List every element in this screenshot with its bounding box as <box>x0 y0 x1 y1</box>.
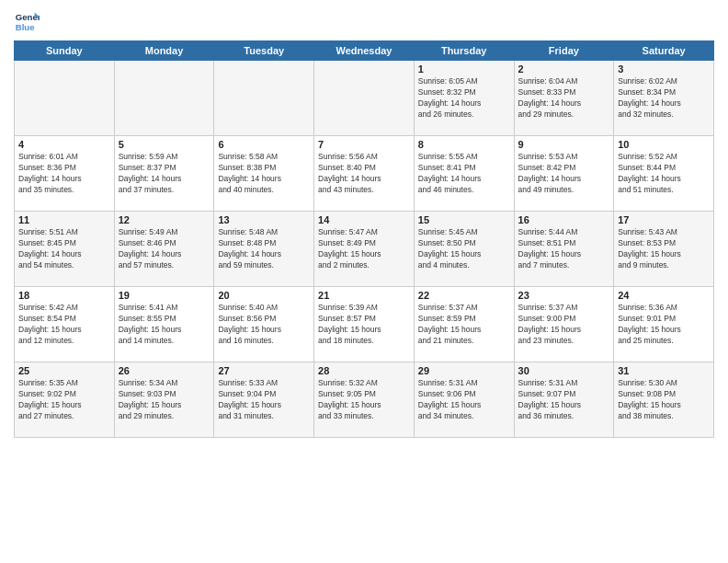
day-number: 20 <box>218 290 310 301</box>
day-number: 16 <box>518 214 610 225</box>
day-info: Sunrise: 5:39 AM Sunset: 8:57 PM Dayligh… <box>318 303 410 347</box>
day-header-friday: Friday <box>514 41 614 61</box>
calendar-cell: 5Sunrise: 5:59 AM Sunset: 8:37 PM Daylig… <box>114 136 214 212</box>
calendar-cell: 31Sunrise: 5:30 AM Sunset: 9:08 PM Dayli… <box>614 362 714 438</box>
day-info: Sunrise: 5:35 AM Sunset: 9:02 PM Dayligh… <box>18 378 110 422</box>
calendar-cell: 4Sunrise: 6:01 AM Sunset: 8:36 PM Daylig… <box>15 136 115 212</box>
day-info: Sunrise: 5:52 AM Sunset: 8:44 PM Dayligh… <box>618 152 710 196</box>
calendar-cell: 12Sunrise: 5:49 AM Sunset: 8:46 PM Dayli… <box>114 212 214 287</box>
day-info: Sunrise: 5:58 AM Sunset: 8:38 PM Dayligh… <box>218 152 310 196</box>
day-info: Sunrise: 5:31 AM Sunset: 9:07 PM Dayligh… <box>518 378 610 422</box>
day-info: Sunrise: 5:31 AM Sunset: 9:06 PM Dayligh… <box>418 378 510 422</box>
day-info: Sunrise: 5:51 AM Sunset: 8:45 PM Dayligh… <box>18 227 110 271</box>
day-number: 10 <box>618 139 710 150</box>
calendar-week-2: 4Sunrise: 6:01 AM Sunset: 8:36 PM Daylig… <box>15 136 714 212</box>
day-number: 1 <box>418 63 510 75</box>
day-number: 30 <box>518 365 610 376</box>
calendar-cell: 17Sunrise: 5:43 AM Sunset: 8:53 PM Dayli… <box>614 212 714 287</box>
day-header-tuesday: Tuesday <box>214 41 314 61</box>
calendar-cell <box>15 61 115 136</box>
day-header-saturday: Saturday <box>614 41 714 61</box>
day-info: Sunrise: 5:41 AM Sunset: 8:55 PM Dayligh… <box>119 303 210 347</box>
day-header-wednesday: Wednesday <box>314 41 415 61</box>
day-number: 12 <box>119 214 210 225</box>
day-number: 17 <box>618 214 710 225</box>
day-info: Sunrise: 5:56 AM Sunset: 8:40 PM Dayligh… <box>318 152 410 196</box>
calendar-cell: 6Sunrise: 5:58 AM Sunset: 8:38 PM Daylig… <box>214 136 314 212</box>
calendar-table: SundayMondayTuesdayWednesdayThursdayFrid… <box>14 40 714 438</box>
calendar-cell: 16Sunrise: 5:44 AM Sunset: 8:51 PM Dayli… <box>514 212 614 287</box>
calendar-cell: 27Sunrise: 5:33 AM Sunset: 9:04 PM Dayli… <box>214 362 314 438</box>
day-number: 8 <box>418 139 510 150</box>
calendar-cell: 23Sunrise: 5:37 AM Sunset: 9:00 PM Dayli… <box>514 287 614 362</box>
calendar-cell: 1Sunrise: 6:05 AM Sunset: 8:32 PM Daylig… <box>414 61 514 136</box>
day-number: 14 <box>318 214 410 225</box>
calendar-header-row: SundayMondayTuesdayWednesdayThursdayFrid… <box>15 41 714 61</box>
day-info: Sunrise: 5:55 AM Sunset: 8:41 PM Dayligh… <box>418 152 510 196</box>
day-number: 5 <box>119 139 210 150</box>
day-info: Sunrise: 5:43 AM Sunset: 8:53 PM Dayligh… <box>618 227 710 271</box>
calendar-cell: 7Sunrise: 5:56 AM Sunset: 8:40 PM Daylig… <box>314 136 415 212</box>
day-info: Sunrise: 6:02 AM Sunset: 8:34 PM Dayligh… <box>618 76 710 121</box>
day-header-thursday: Thursday <box>414 41 514 61</box>
day-number: 15 <box>418 214 510 225</box>
calendar-cell: 24Sunrise: 5:36 AM Sunset: 9:01 PM Dayli… <box>614 287 714 362</box>
calendar-cell: 2Sunrise: 6:04 AM Sunset: 8:33 PM Daylig… <box>514 61 614 136</box>
day-info: Sunrise: 6:04 AM Sunset: 8:33 PM Dayligh… <box>518 76 610 121</box>
day-info: Sunrise: 5:36 AM Sunset: 9:01 PM Dayligh… <box>618 303 710 347</box>
page: General Blue SundayMondayTuesdayWednesda… <box>0 0 728 563</box>
logo-icon: General Blue <box>14 9 40 35</box>
day-number: 13 <box>218 214 310 225</box>
day-header-sunday: Sunday <box>15 41 115 61</box>
calendar-cell: 11Sunrise: 5:51 AM Sunset: 8:45 PM Dayli… <box>15 212 115 287</box>
day-info: Sunrise: 5:37 AM Sunset: 9:00 PM Dayligh… <box>518 303 610 347</box>
day-number: 23 <box>518 290 610 301</box>
day-number: 29 <box>418 365 510 376</box>
calendar-week-1: 1Sunrise: 6:05 AM Sunset: 8:32 PM Daylig… <box>15 61 714 136</box>
calendar-cell: 9Sunrise: 5:53 AM Sunset: 8:42 PM Daylig… <box>514 136 614 212</box>
day-number: 4 <box>18 139 110 150</box>
day-info: Sunrise: 5:32 AM Sunset: 9:05 PM Dayligh… <box>318 378 410 422</box>
day-number: 25 <box>18 365 110 376</box>
day-info: Sunrise: 5:53 AM Sunset: 8:42 PM Dayligh… <box>518 152 610 196</box>
day-number: 3 <box>618 63 710 75</box>
day-number: 28 <box>318 365 410 376</box>
calendar-cell: 15Sunrise: 5:45 AM Sunset: 8:50 PM Dayli… <box>414 212 514 287</box>
day-number: 26 <box>119 365 210 376</box>
day-number: 27 <box>218 365 310 376</box>
calendar-cell: 18Sunrise: 5:42 AM Sunset: 8:54 PM Dayli… <box>15 287 115 362</box>
calendar-cell: 3Sunrise: 6:02 AM Sunset: 8:34 PM Daylig… <box>614 61 714 136</box>
day-info: Sunrise: 5:34 AM Sunset: 9:03 PM Dayligh… <box>119 378 210 422</box>
day-number: 18 <box>18 290 110 301</box>
calendar-cell: 13Sunrise: 5:48 AM Sunset: 8:48 PM Dayli… <box>214 212 314 287</box>
calendar-cell: 22Sunrise: 5:37 AM Sunset: 8:59 PM Dayli… <box>414 287 514 362</box>
day-info: Sunrise: 6:05 AM Sunset: 8:32 PM Dayligh… <box>418 76 510 121</box>
calendar-week-4: 18Sunrise: 5:42 AM Sunset: 8:54 PM Dayli… <box>15 287 714 362</box>
day-info: Sunrise: 5:44 AM Sunset: 8:51 PM Dayligh… <box>518 227 610 271</box>
day-number: 2 <box>518 63 610 75</box>
day-info: Sunrise: 5:42 AM Sunset: 8:54 PM Dayligh… <box>18 303 110 347</box>
day-info: Sunrise: 6:01 AM Sunset: 8:36 PM Dayligh… <box>18 152 110 196</box>
day-number: 6 <box>218 139 310 150</box>
day-info: Sunrise: 5:33 AM Sunset: 9:04 PM Dayligh… <box>218 378 310 422</box>
calendar-cell: 20Sunrise: 5:40 AM Sunset: 8:56 PM Dayli… <box>214 287 314 362</box>
day-info: Sunrise: 5:40 AM Sunset: 8:56 PM Dayligh… <box>218 303 310 347</box>
calendar-cell <box>214 61 314 136</box>
day-info: Sunrise: 5:59 AM Sunset: 8:37 PM Dayligh… <box>119 152 210 196</box>
calendar-week-5: 25Sunrise: 5:35 AM Sunset: 9:02 PM Dayli… <box>15 362 714 438</box>
day-number: 9 <box>518 139 610 150</box>
day-number: 19 <box>119 290 210 301</box>
day-number: 7 <box>318 139 410 150</box>
day-number: 21 <box>318 290 410 301</box>
calendar-cell: 30Sunrise: 5:31 AM Sunset: 9:07 PM Dayli… <box>514 362 614 438</box>
calendar-cell: 19Sunrise: 5:41 AM Sunset: 8:55 PM Dayli… <box>114 287 214 362</box>
calendar-cell: 10Sunrise: 5:52 AM Sunset: 8:44 PM Dayli… <box>614 136 714 212</box>
day-info: Sunrise: 5:49 AM Sunset: 8:46 PM Dayligh… <box>119 227 210 271</box>
calendar-cell: 29Sunrise: 5:31 AM Sunset: 9:06 PM Dayli… <box>414 362 514 438</box>
day-number: 31 <box>618 365 710 376</box>
calendar-cell: 8Sunrise: 5:55 AM Sunset: 8:41 PM Daylig… <box>414 136 514 212</box>
day-info: Sunrise: 5:48 AM Sunset: 8:48 PM Dayligh… <box>218 227 310 271</box>
svg-text:Blue: Blue <box>16 22 35 32</box>
day-number: 11 <box>18 214 110 225</box>
day-info: Sunrise: 5:45 AM Sunset: 8:50 PM Dayligh… <box>418 227 510 271</box>
